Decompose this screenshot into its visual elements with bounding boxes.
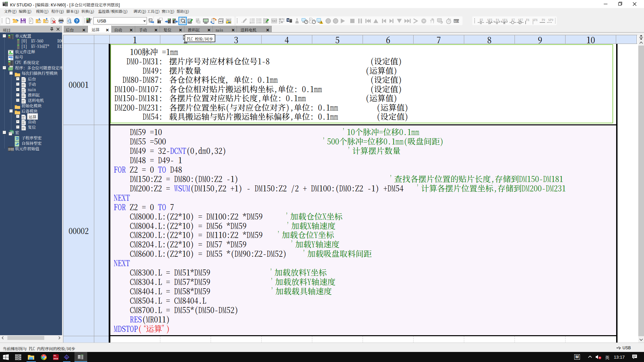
svg-text:D: D [66,356,68,359]
svg-text:M: M [287,19,290,22]
svg-text:2018: 2018 [53,357,58,360]
svg-text:?: ? [75,19,78,23]
svg-text:DEV: DEV [219,20,223,22]
svg-text:DEV: DEV [227,19,231,21]
svg-text:12:0: 12:0 [454,20,460,23]
svg-text:INIT: INIT [8,150,11,152]
